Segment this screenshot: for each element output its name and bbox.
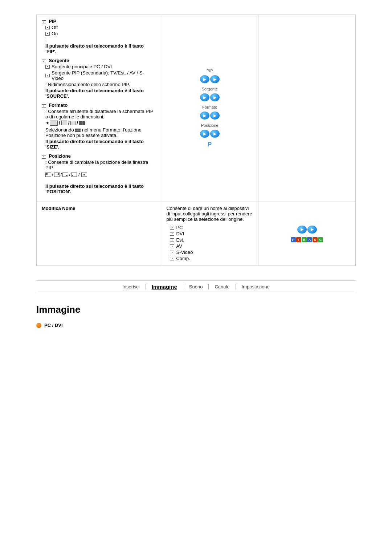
nav-immagine[interactable]: Immagine — [146, 284, 183, 290]
sorgente-arrow-1[interactable]: ▶ — [200, 93, 209, 101]
fmt-icon-grid — [79, 121, 85, 125]
posizione-arrow-pair: ▶ ▶ — [200, 130, 220, 138]
modifica-dvi-checkbox: ▪ — [170, 232, 174, 236]
pip-title: ▪ PIP — [42, 19, 156, 24]
formato-checkbox: ▪ — [42, 104, 46, 108]
pteasc-a: A — [307, 237, 312, 242]
sorgente-arrow-2[interactable]: ▶ — [210, 93, 220, 101]
nav-impostazione[interactable]: Impostazione — [236, 284, 275, 289]
formato-select-note: Selezionando nel menu Formato, l — [45, 127, 156, 138]
pip-icon-label: PIP — [207, 69, 213, 73]
sorgente-section: ▪ Sorgente ▪ Sorgente principale PC / DV… — [42, 58, 156, 99]
formato-icon-label: Formato — [202, 105, 217, 109]
formato-arrow-pair: ▶ ▶ — [200, 112, 220, 119]
p-label: P — [208, 141, 212, 148]
modifica-label-cell: Modifica Nome — [37, 202, 161, 266]
modifica-icon-group: ▶ ▶ P T E A S C — [264, 226, 350, 242]
formato-arrow-2[interactable]: ▶ — [210, 112, 220, 119]
posizione-section: ▪ Posizione : Consente di cambiare la po… — [42, 153, 156, 194]
posizione-arrow-1[interactable]: ▶ — [200, 130, 209, 138]
posizione-checkbox: ▪ — [42, 155, 46, 159]
pos-icon-5 — [81, 173, 87, 177]
sorgente-checkbox: ▪ — [42, 60, 46, 63]
formato-btn: Il pulsante diretto sul telecomando è il… — [45, 139, 156, 150]
pip-arrow-right-1[interactable]: ▶ — [200, 75, 209, 83]
pteasc-c: C — [318, 237, 323, 242]
modifica-pc: ▪ PC — [170, 225, 253, 230]
modifica-comp-checkbox: ▪ — [170, 257, 174, 260]
pteasc-e: E — [302, 237, 307, 242]
pos-icons: / / / — [45, 172, 77, 177]
modifica-description: Consente di dare un nome ai dispositivi … — [166, 206, 253, 222]
pos-icon-1 — [45, 173, 51, 177]
pip-section: ▪ PIP ▪ Off ▪ On : Il pulsante diretto s… — [42, 19, 156, 54]
pos-icon-2 — [54, 173, 60, 177]
modifica-arrow-1[interactable]: ▶ — [297, 226, 307, 234]
pteasc-p: P — [291, 237, 296, 242]
pip-checkbox: ▪ — [42, 20, 46, 24]
posizione-note: : Consente di cambiare la posizione dell… — [45, 159, 156, 177]
page-wrapper: ▪ PIP ▪ Off ▪ On : Il pulsante diretto s… — [0, 0, 392, 343]
pip-row: ▪ PIP ▪ Off ▪ On : Il pulsante diretto s… — [37, 15, 356, 202]
pteasc-label: P T E A S C — [291, 237, 323, 242]
pip-off-item: ▪ Off — [45, 25, 156, 30]
pteasc-t: T — [296, 237, 301, 242]
sorgente-pc-checkbox: ▪ — [45, 65, 50, 69]
modifica-pc-checkbox: ▪ — [170, 226, 174, 230]
pip-content-cell: ▪ PIP ▪ Off ▪ On : Il pulsante diretto s… — [37, 15, 161, 202]
pos-icon-3 — [62, 173, 68, 177]
modifica-comp: ▪ Comp. — [170, 256, 253, 261]
modifica-dvi: ▪ DVI — [170, 231, 253, 236]
sorgente-pip-checkbox: ▪ — [45, 74, 50, 77]
modifica-svideo-checkbox: ▪ — [170, 251, 174, 254]
pip-arrow-right-2[interactable]: ▶ — [210, 75, 220, 83]
nav-suono[interactable]: Suono — [183, 284, 209, 289]
pip-direct-btn: Il pulsante diretto sul telecomando è il… — [45, 43, 156, 54]
page-title: Immagine — [36, 304, 356, 315]
formato-arrow-1[interactable]: ▶ — [200, 112, 209, 119]
sorgente-icon-label: Sorgente — [201, 87, 218, 91]
pip-arrow-pair-1: ▶ ▶ — [200, 75, 220, 83]
pip-colon: : — [45, 37, 156, 42]
sorgente-note: : Ridimensionamento dello schermo PIP. — [45, 82, 156, 87]
fmt-icon-2 — [61, 121, 67, 125]
off-checkbox: ▪ — [45, 26, 50, 29]
fmt-icon-3 — [70, 121, 75, 125]
orange-dot-icon — [36, 323, 41, 328]
modifica-icon-cell: ▶ ▶ P T E A S C — [258, 202, 356, 266]
pip-icon-cell: PIP ▶ ▶ Sorgente ▶ ▶ Formato — [161, 15, 258, 202]
pteasc-s: S — [313, 237, 318, 242]
formato-icons: ➜ / / / — [45, 120, 156, 126]
formato-title: ▪ Formato — [42, 102, 156, 108]
modifica-arrow-2[interactable]: ▶ — [307, 226, 317, 234]
formato-note: : Consente all'utente di disattivare la … — [45, 109, 156, 119]
nav-bar: Inserisci Immagine Suono Canale Impostaz… — [36, 280, 356, 293]
modifica-est: ▪ Est. — [170, 237, 253, 243]
nav-canale[interactable]: Canale — [209, 284, 236, 289]
sub-page-item[interactable]: PC / DVI — [36, 323, 356, 328]
pip-on-item: ▪ On — [45, 31, 156, 36]
posizione-btn: Il pulsante diretto sul telecomando è il… — [45, 183, 156, 194]
sorgente-pip-item: ▪ Sorgente PIP (Secondaria): TV/Est. / A… — [45, 70, 156, 81]
main-table: ▪ PIP ▪ Off ▪ On : Il pulsante diretto s… — [36, 15, 356, 266]
fmt-icon-1 — [50, 121, 58, 126]
posizione-title: ▪ Posizione — [42, 153, 156, 159]
modifica-av: ▪ AV — [170, 243, 253, 249]
sorgente-arrow-pair: ▶ ▶ — [200, 93, 220, 101]
modifica-av-checkbox: ▪ — [170, 244, 174, 248]
formato-select-icon — [75, 129, 81, 132]
pos-icon-4 — [71, 173, 77, 177]
posizione-icon-label: Posizione — [201, 123, 219, 127]
on-checkbox: ▪ — [45, 32, 50, 36]
sorgente-pc-item: ▪ Sorgente principale PC / DVI — [45, 64, 156, 69]
modifica-nome-row: Modifica Nome Consente di dare un nome a… — [37, 202, 356, 266]
modifica-content-cell: Consente di dare un nome ai dispositivi … — [161, 202, 258, 266]
sub-page-label: PC / DVI — [44, 323, 63, 328]
formato-section: ▪ Formato : Consente all'utente di disat… — [42, 102, 156, 150]
nav-inserisci[interactable]: Inserisci — [117, 284, 146, 289]
pip-icon-group: PIP ▶ ▶ Sorgente ▶ ▶ Formato — [166, 69, 253, 148]
sorgente-btn: Il pulsante diretto sul telecomando è il… — [45, 88, 156, 99]
posizione-arrow-2[interactable]: ▶ — [210, 130, 220, 138]
modifica-svideo: ▪ S-Video — [170, 250, 253, 255]
modifica-arrow-pair: ▶ ▶ — [297, 226, 317, 234]
